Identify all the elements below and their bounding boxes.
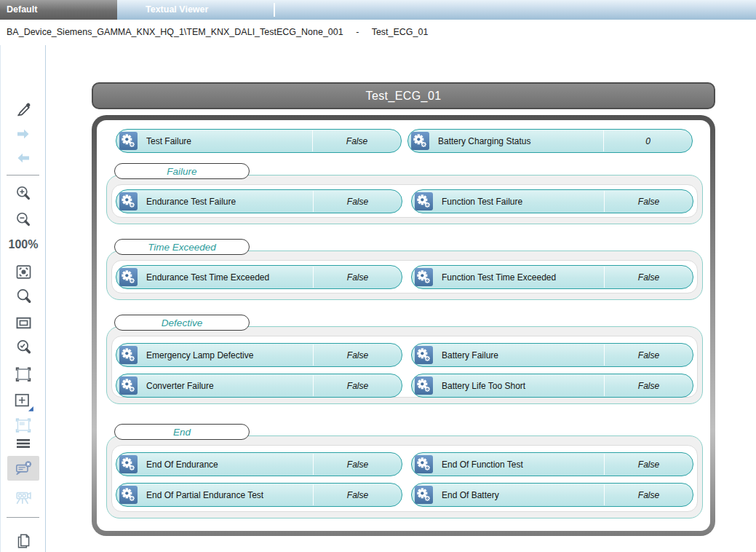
zoom-confirm-button[interactable]	[1, 338, 46, 358]
group-defective-label: Defective	[114, 315, 250, 331]
gears-icon	[119, 192, 138, 210]
datapoint-label: Test Failure	[146, 136, 312, 146]
datapoint-value: False	[605, 272, 693, 283]
zoom-in-icon	[14, 184, 33, 203]
tab-textual-viewer[interactable]: Textual Viewer	[117, 0, 274, 20]
select-region-disabled-icon	[13, 415, 33, 435]
gears-icon	[119, 132, 138, 150]
gears-icon	[415, 486, 433, 504]
datapoint-value: False	[314, 460, 402, 470]
datapoint-endurance-test-time-exceeded[interactable]: Endurance Test Time Exceeded False	[116, 265, 402, 289]
datapoint-value: False	[314, 350, 402, 360]
toolbar-divider	[7, 517, 39, 518]
group-end-label: End	[114, 424, 250, 440]
datapoint-end-of-battery[interactable]: End Of Battery False	[411, 483, 693, 507]
datapoint-function-test-time-exceeded[interactable]: Function Test Time Exceeded False	[411, 265, 693, 289]
gears-icon	[415, 376, 433, 395]
datapoint-emergency-lamp-defective[interactable]: Emergency Lamp Defective False	[116, 343, 402, 367]
pan-crosshair-button[interactable]	[1, 390, 46, 412]
copy-page-icon	[14, 532, 33, 551]
group-failure: Failure	[106, 175, 703, 224]
magnifier-icon	[14, 287, 33, 307]
tab-default[interactable]: Default	[0, 0, 117, 20]
datapoint-label: Function Test Time Exceeded	[442, 272, 604, 283]
group-time-exceeded-label: Time Exceeded	[114, 239, 250, 255]
zoom-level-label: 100%	[9, 238, 39, 251]
datapoint-value: False	[314, 272, 402, 283]
datapoint-label: Endurance Test Failure	[146, 197, 313, 207]
datapoint-label: Battery Failure	[442, 350, 604, 360]
diagram-frame-inner: Test Failure False	[97, 120, 710, 531]
datapoint-label: Converter Failure	[146, 381, 313, 391]
datapoint-end-of-partial-endurance-test[interactable]: End Of Partial Endurance Test False	[116, 483, 402, 507]
diagram-frame: Test Failure False	[92, 115, 715, 536]
gears-icon	[411, 132, 429, 150]
datapoint-label: End Of Battery	[442, 490, 604, 500]
fit-to-view-icon	[14, 262, 33, 282]
datapoint-battery-charging-status[interactable]: Battery Charging Status 0	[407, 129, 693, 153]
selected-tool-highlight	[7, 456, 39, 481]
actual-size-button[interactable]	[1, 313, 46, 333]
breadcrumb-title: Test_ECG_01	[372, 27, 429, 37]
datapoint-battery-life-too-short[interactable]: Battery Life Too Short False	[411, 374, 693, 398]
group-failure-label: Failure	[114, 163, 250, 179]
fit-to-view-button[interactable]	[1, 262, 46, 282]
group-end: End	[106, 435, 703, 519]
hide-comments-button[interactable]	[1, 456, 46, 481]
datapoint-value: 0	[604, 136, 692, 146]
datapoint-value: False	[605, 381, 693, 391]
zoom-region-icon	[13, 364, 33, 385]
zoom-out-icon	[14, 210, 33, 229]
select-region-button	[1, 415, 46, 435]
gears-icon	[119, 268, 138, 286]
group-defective: Defective	[106, 326, 703, 404]
datapoint-end-of-function-test[interactable]: End Of Function Test False	[411, 452, 693, 476]
breadcrumb: BA_Device_Siemens_GAMMA_KNX_HQ_1\TEM_KNX…	[7, 20, 428, 45]
datapoint-function-test-failure[interactable]: Function Test Failure False	[411, 189, 693, 213]
datapoint-value: False	[314, 381, 402, 391]
app-window: Default Textual Viewer BA_Device_Siemens…	[0, 0, 756, 552]
zoom-in-button[interactable]	[1, 184, 46, 203]
zoom-level-indicator: 100%	[1, 238, 46, 251]
datapoint-label: Battery Charging Status	[438, 136, 603, 146]
datapoint-label: Battery Life Too Short	[442, 381, 604, 391]
datapoint-converter-failure[interactable]: Converter Failure False	[116, 374, 402, 398]
layers-icon	[13, 435, 33, 452]
datapoint-test-failure[interactable]: Test Failure False	[116, 129, 402, 153]
magnifier-button[interactable]	[1, 287, 46, 307]
comment-off-icon	[14, 459, 33, 478]
gears-icon	[415, 346, 433, 364]
gears-icon	[119, 486, 138, 504]
tab-separator	[274, 3, 275, 17]
datapoint-label: Endurance Test Time Exceeded	[146, 272, 313, 283]
datapoint-endurance-test-failure[interactable]: Endurance Test Failure False	[116, 189, 402, 213]
datapoint-label: End Of Partial Endurance Test	[146, 490, 313, 500]
datapoint-battery-failure[interactable]: Battery Failure False	[411, 343, 693, 367]
datapoint-value: False	[605, 460, 693, 470]
datapoint-label: Emergency Lamp Defective	[146, 350, 313, 360]
datapoint-value: False	[314, 197, 402, 207]
navigate-forward-button	[1, 125, 46, 143]
datapoint-label: End Of Function Test	[442, 460, 604, 470]
navigate-back-button	[1, 149, 46, 167]
diagram-title-bar: Test_ECG_01	[92, 82, 715, 109]
gears-icon	[119, 346, 138, 364]
zoom-check-icon	[14, 338, 33, 358]
gears-icon	[415, 192, 433, 210]
breadcrumb-separator: -	[356, 27, 359, 37]
datapoint-value: False	[313, 136, 401, 146]
presentation-button	[1, 487, 46, 508]
datapoint-value: False	[605, 350, 693, 360]
actual-size-icon	[14, 313, 33, 333]
presentation-icon	[13, 487, 33, 508]
gears-icon	[119, 376, 138, 395]
layers-button[interactable]	[1, 435, 46, 452]
annotate-pen-button[interactable]	[1, 100, 46, 119]
copy-page-button[interactable]	[1, 532, 46, 551]
viewer-toolbar: 100%	[0, 45, 46, 552]
diagram-title: Test_ECG_01	[365, 90, 441, 103]
datapoint-label: Function Test Failure	[442, 197, 604, 207]
datapoint-end-of-endurance[interactable]: End Of Endurance False	[116, 452, 402, 476]
zoom-out-button[interactable]	[1, 210, 46, 229]
zoom-region-button[interactable]	[1, 364, 46, 385]
